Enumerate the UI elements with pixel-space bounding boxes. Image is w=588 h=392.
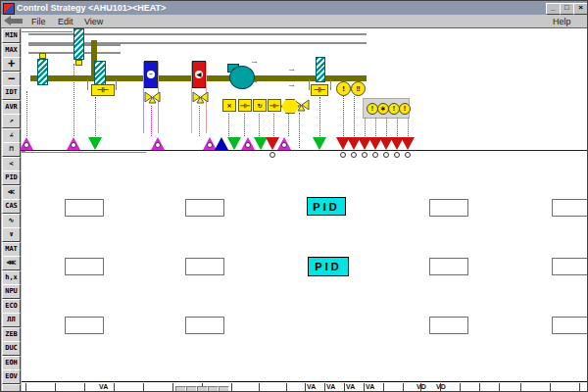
pid-block-lower[interactable]: PID (308, 257, 349, 276)
strip-divider (231, 383, 232, 392)
toolbar-min-button[interactable]: MIN (2, 28, 21, 43)
alarm-panel-icon[interactable]: ! (399, 103, 411, 115)
placeholder-block[interactable] (552, 317, 588, 334)
outdoor-damper[interactable] (74, 28, 84, 60)
toolbar-merge-arrows-icon-button[interactable]: ⋘ (2, 256, 21, 270)
triangle-port-dot (405, 152, 411, 158)
damper-actuator-icon[interactable] (75, 60, 82, 66)
toolbar-subtract-button[interactable]: − (2, 72, 21, 86)
triangle-port-dot (207, 142, 213, 148)
placeholder-block[interactable] (185, 317, 224, 334)
three-way-valve-icon[interactable] (144, 91, 161, 104)
output-triangle-green[interactable] (313, 137, 326, 150)
minimize-button[interactable]: _ (546, 3, 561, 15)
triangle-port-dot (24, 142, 29, 148)
function-block-toolbar: MINMAX+−IDTAVR↗∠⊓<PID≪CAS∿∨MAT⋘h,xNPUECO… (1, 28, 22, 392)
close-button[interactable]: × (573, 3, 588, 15)
strip-divider (25, 383, 26, 392)
strip-divider (364, 383, 365, 392)
triangle-port-dash (317, 153, 322, 155)
control-strategy-window: Control Strategy <AHU101><HEAT> _ □ × Fi… (0, 0, 588, 392)
placeholder-block[interactable] (65, 258, 104, 275)
toolbar-enthalpy-button[interactable]: h,x (2, 270, 21, 285)
analog-input-triangle[interactable] (151, 137, 165, 150)
alarm-output-triangle[interactable] (401, 137, 415, 150)
placeholder-block[interactable] (552, 199, 588, 217)
cross-box-icon[interactable]: ✕ (222, 99, 236, 112)
analog-input-triangle[interactable] (277, 137, 291, 150)
placeholder-block[interactable] (65, 317, 104, 334)
toolbar-ramp-icon-button[interactable]: ↗ (2, 114, 21, 128)
io-rail-line (21, 150, 588, 151)
toolbar-pid-button[interactable]: PID (2, 171, 21, 185)
toolbar-mat-button[interactable]: MAT (2, 242, 21, 257)
toolbar-add-button[interactable]: + (2, 57, 21, 72)
pid-block-upper[interactable]: PID (307, 197, 346, 216)
three-way-valve-icon[interactable] (192, 91, 209, 104)
valve-box-icon[interactable]: ⊣⊢ (238, 99, 252, 112)
toolbar-less-than-icon-button[interactable]: < (2, 157, 21, 172)
toolbar-npu-button[interactable]: NPU (2, 284, 21, 299)
menu-edit[interactable]: Edit (58, 17, 74, 26)
toolbar-duc-button[interactable]: DUC (2, 341, 21, 356)
strip-divider (114, 383, 115, 392)
title-bar: Control Strategy <AHU101><HEAT> (1, 1, 588, 15)
triangle-port-dot (383, 152, 389, 158)
toolbar-max-button[interactable]: MAX (2, 43, 21, 58)
signal-dotted-line (95, 97, 96, 136)
output-triangle-green[interactable] (227, 137, 241, 150)
toolbar-partial-button[interactable] (2, 384, 21, 392)
strip-divider (84, 383, 85, 392)
toolbar-eco-button[interactable]: ECO (2, 299, 21, 314)
pump-icon[interactable]: ⊣⊢ (311, 84, 328, 96)
back-arrow-icon-bar[interactable] (10, 19, 23, 24)
terminal-label: VD (436, 383, 446, 390)
alarm-badge-icon[interactable]: ! (336, 81, 351, 96)
placeholder-block[interactable] (65, 199, 104, 217)
menu-file[interactable]: File (31, 17, 46, 26)
placeholder-block[interactable] (429, 258, 468, 275)
toolbar-avr-button[interactable]: AVR (2, 100, 21, 115)
digital-input-triangle[interactable] (215, 137, 228, 150)
toolbar-pulse-icon-button[interactable]: ЛЛ (2, 313, 21, 327)
output-triangle-green[interactable] (88, 137, 102, 150)
placeholder-block[interactable] (429, 199, 468, 217)
rotation-box-icon[interactable]: ↻ (253, 99, 267, 112)
strip-divider (460, 383, 461, 392)
signal-dotted-line (397, 118, 398, 136)
menu-view[interactable]: View (84, 17, 103, 26)
mixing-damper[interactable] (37, 59, 48, 85)
alarm-badge-icon[interactable]: ‼ (351, 81, 366, 96)
placeholder-block[interactable] (552, 258, 588, 275)
toolbar-square-wave-icon-button[interactable]: ⊓ (2, 142, 21, 157)
strip-divider (55, 383, 56, 392)
strip-divider (479, 383, 480, 392)
toolbar-double-less-icon-button[interactable]: ≪ (2, 185, 21, 200)
strip-divider (143, 383, 144, 392)
toolbar-zeb-button[interactable]: ZEB (2, 327, 21, 342)
signal-dotted-line (151, 106, 152, 136)
placeholder-block[interactable] (185, 199, 224, 217)
signal-dotted-line (26, 91, 27, 136)
toolbar-eov-button[interactable]: EOV (2, 369, 21, 384)
triangle-port-dot (245, 142, 251, 148)
toolbar-curve-icon-button[interactable]: ∠ (2, 128, 21, 143)
valve-box-icon[interactable]: ⊣⊢ (268, 99, 281, 112)
strip-divider (499, 383, 500, 392)
toolbar-vee-icon-button[interactable]: ∨ (2, 227, 21, 242)
placeholder-block[interactable] (429, 317, 468, 334)
analog-input-triangle[interactable] (241, 137, 255, 150)
toolbar-wave-icon-button[interactable]: ∿ (2, 214, 21, 228)
analog-input-triangle[interactable] (20, 137, 33, 150)
restore-button[interactable]: □ (560, 3, 574, 15)
pump-icon[interactable]: ⊣⊢ (91, 84, 115, 96)
toolbar-cas-button[interactable]: CAS (2, 199, 21, 214)
filter-right[interactable] (316, 57, 325, 82)
bracket-line (116, 79, 117, 90)
toolbar-eoh-button[interactable]: EOH (2, 356, 21, 370)
analog-input-triangle[interactable] (67, 137, 80, 150)
placeholder-block[interactable] (185, 258, 224, 275)
toolbar-idt-button[interactable]: IDT (2, 85, 21, 100)
signal-dotted-line (343, 96, 344, 136)
menu-help[interactable]: Help (553, 17, 571, 26)
